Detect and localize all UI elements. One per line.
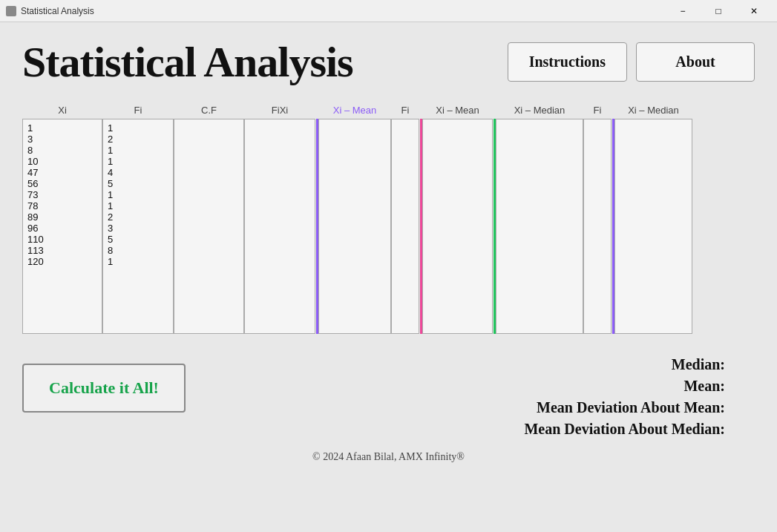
titlebar-left: Statistical Analysis [6, 6, 94, 16]
titlebar-title: Statistical Analysis [21, 6, 94, 16]
mean-row: Mean: [683, 378, 725, 395]
table-body [22, 119, 755, 334]
app-icon [6, 6, 16, 16]
mean-dev-mean-label: Mean Deviation About Mean: [537, 399, 725, 416]
header-row: Statistical Analysis Instructions About [22, 37, 755, 87]
xi-median-column [496, 119, 583, 334]
fi-column[interactable] [102, 119, 174, 334]
bottom-section: Calculate it All! Median: Mean: Mean Dev… [22, 356, 755, 438]
fi3-textarea [584, 119, 611, 333]
xi-median2-textarea [615, 119, 692, 333]
header-buttons: Instructions About [508, 42, 755, 82]
titlebar-controls: − □ ✕ [666, 0, 771, 22]
header-fixi: FiXi [244, 102, 315, 119]
header-xi-mean2: Xi – Mean [422, 102, 493, 119]
fi-textarea[interactable] [103, 119, 173, 333]
fixi-column [244, 119, 315, 334]
header-xi-median2: Xi – Median [614, 102, 692, 119]
mean-label: Mean: [683, 378, 725, 394]
footer: © 2024 Afaan Bilal, AMX Infinity® [22, 451, 755, 463]
close-button[interactable]: ✕ [737, 0, 771, 22]
column-headers: Xi Fi C.F FiXi Xi – Mean Fi Xi – Mean Xi… [22, 102, 755, 119]
header-fi3: Fi [583, 102, 612, 119]
xi-mean-textarea [319, 119, 390, 333]
cf-textarea [174, 119, 243, 333]
xi-column[interactable] [22, 119, 102, 334]
results-section: Median: Mean: Mean Deviation About Mean:… [186, 356, 755, 438]
mean-dev-mean-row: Mean Deviation About Mean: [537, 399, 725, 416]
calc-btn-container: Calculate it All! [22, 356, 186, 413]
minimize-button[interactable]: − [666, 0, 700, 22]
cf-column [174, 119, 244, 334]
app-title: Statistical Analysis [22, 37, 353, 87]
xi-median2-column [614, 119, 692, 334]
fi2-column [391, 119, 419, 334]
header-fi2: Fi [391, 102, 419, 119]
mean-dev-median-row: Mean Deviation About Median: [524, 421, 725, 438]
fixi-textarea [245, 119, 315, 333]
instructions-button[interactable]: Instructions [508, 42, 627, 82]
header-fi: Fi [102, 102, 174, 119]
xi-median-textarea [496, 119, 583, 333]
header-xi: Xi [22, 102, 102, 119]
header-xi-mean: Xi – Mean [318, 102, 391, 119]
about-button[interactable]: About [636, 42, 755, 82]
header-xi-median: Xi – Median [496, 102, 583, 119]
xi-mean-column [318, 119, 391, 334]
header-cf: C.F [174, 102, 244, 119]
xi-mean2-column [422, 119, 493, 334]
median-label: Median: [672, 356, 725, 372]
main-content: Statistical Analysis Instructions About … [0, 22, 777, 478]
mean-dev-median-label: Mean Deviation About Median: [524, 421, 725, 437]
xi-textarea[interactable] [23, 119, 102, 333]
table-section: Xi Fi C.F FiXi Xi – Mean Fi Xi – Mean Xi… [22, 102, 755, 334]
median-row: Median: [672, 356, 725, 373]
titlebar: Statistical Analysis − □ ✕ [0, 0, 777, 22]
fi3-column [583, 119, 612, 334]
calculate-button[interactable]: Calculate it All! [22, 364, 186, 413]
fi2-textarea [392, 119, 419, 333]
maximize-button[interactable]: □ [701, 0, 735, 22]
xi-mean2-textarea [423, 119, 492, 333]
